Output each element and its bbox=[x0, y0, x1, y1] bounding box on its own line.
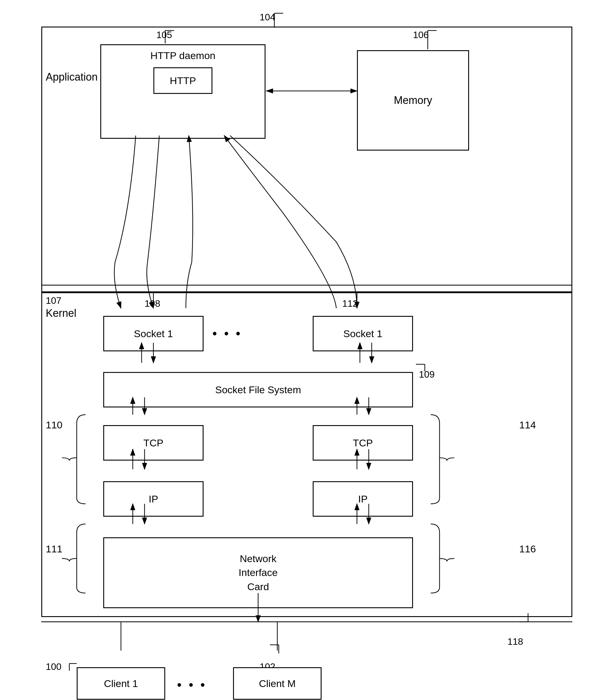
ref-111: 111 bbox=[46, 543, 62, 555]
ip-left-box: IP bbox=[103, 481, 204, 517]
client-dots: • • • bbox=[177, 678, 207, 692]
tcp-left-box: TCP bbox=[103, 425, 204, 461]
socket1-right-label: Socket 1 bbox=[343, 328, 382, 339]
socket-dots: • • • bbox=[212, 326, 242, 341]
socket1-right-box: Socket 1 bbox=[313, 316, 413, 351]
kernel-label: Kernel bbox=[46, 307, 76, 319]
ref-107: 107 bbox=[46, 295, 61, 306]
clientm-box: Client M bbox=[233, 667, 322, 700]
ip-right-box: IP bbox=[313, 481, 413, 517]
http-label: HTTP bbox=[170, 75, 196, 87]
http-daemon-label: HTTP daemon bbox=[150, 50, 215, 61]
ip-right-label: IP bbox=[358, 493, 367, 505]
clientm-label: Client M bbox=[259, 678, 296, 689]
http-daemon-box: HTTP daemon HTTP bbox=[100, 44, 266, 139]
tcp-left-label: TCP bbox=[144, 437, 164, 449]
ref-114: 114 bbox=[519, 419, 536, 431]
socket-fs-box: Socket File System bbox=[103, 372, 413, 407]
socket1-left-box: Socket 1 bbox=[103, 316, 204, 351]
ip-left-label: IP bbox=[149, 493, 158, 505]
ref-105: 105 bbox=[156, 30, 172, 40]
diagram-container: 104 Application 105 HTTP daemon HTTP 106… bbox=[18, 12, 590, 691]
ref-118: 118 bbox=[508, 636, 523, 647]
client1-box: Client 1 bbox=[77, 667, 165, 700]
ref-100: 100 bbox=[46, 661, 61, 672]
ref-104: 104 bbox=[260, 12, 275, 23]
nic-box: Network Interface Card bbox=[103, 537, 413, 608]
nic-label: Network Interface Card bbox=[239, 552, 278, 594]
http-inner-box: HTTP bbox=[153, 67, 212, 94]
socket1-left-label: Socket 1 bbox=[134, 328, 173, 339]
ref-106: 106 bbox=[413, 30, 429, 40]
ref-108: 108 bbox=[145, 298, 160, 309]
ref-110: 110 bbox=[46, 419, 62, 431]
ref-112: 112 bbox=[342, 298, 358, 309]
memory-label: Memory bbox=[394, 94, 432, 107]
ref-109: 109 bbox=[419, 369, 435, 380]
memory-box: Memory bbox=[357, 50, 469, 151]
ref-116: 116 bbox=[519, 543, 536, 555]
client1-label: Client 1 bbox=[104, 678, 138, 689]
application-label: Application bbox=[46, 71, 98, 83]
tcp-right-box: TCP bbox=[313, 425, 413, 461]
socket-fs-label: Socket File System bbox=[215, 384, 301, 395]
tcp-right-label: TCP bbox=[353, 437, 373, 449]
